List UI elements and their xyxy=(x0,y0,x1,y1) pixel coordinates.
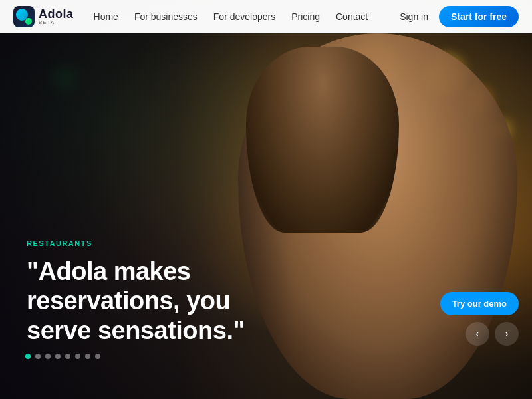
try-demo-button[interactable]: Try our demo xyxy=(440,292,519,315)
dot-2[interactable] xyxy=(35,354,41,359)
dot-8[interactable] xyxy=(95,354,100,359)
hero-headline: "Adola makes reservations, you serve sen… xyxy=(27,257,279,346)
dot-7[interactable] xyxy=(85,354,90,359)
logo[interactable]: Adola BETA xyxy=(13,6,74,27)
dot-1[interactable] xyxy=(25,354,31,359)
dot-4[interactable] xyxy=(55,354,61,359)
start-free-button[interactable]: Start for free xyxy=(439,6,519,27)
logo-beta: BETA xyxy=(39,20,74,25)
nav-arrows: ‹ › xyxy=(466,322,519,346)
hero-section: RESTAURANTS "Adola makes reservations, y… xyxy=(0,0,532,399)
navbar: Adola BETA Home For businesses For devel… xyxy=(0,0,532,33)
carousel-dots xyxy=(25,354,100,359)
dot-3[interactable] xyxy=(45,354,51,359)
logo-icon xyxy=(13,6,35,27)
nav-pricing[interactable]: Pricing xyxy=(291,11,320,22)
dot-5[interactable] xyxy=(65,354,70,359)
nav-for-businesses[interactable]: For businesses xyxy=(134,11,198,22)
sign-in-button[interactable]: Sign in xyxy=(400,11,428,22)
hero-content: RESTAURANTS "Adola makes reservations, y… xyxy=(0,33,306,399)
nav-for-developers[interactable]: For developers xyxy=(213,11,275,22)
hero-category: RESTAURANTS xyxy=(27,239,279,247)
dot-6[interactable] xyxy=(75,354,80,359)
next-arrow-button[interactable]: › xyxy=(495,322,519,346)
nav-contact[interactable]: Contact xyxy=(336,11,368,22)
nav-home[interactable]: Home xyxy=(94,11,118,22)
nav-actions: Sign in Start for free xyxy=(400,6,519,27)
nav-links: Home For businesses For developers Prici… xyxy=(94,11,400,22)
logo-text-wrap: Adola BETA xyxy=(39,8,74,25)
logo-name: Adola xyxy=(39,8,74,20)
prev-arrow-button[interactable]: ‹ xyxy=(466,322,489,346)
carousel-controls: Try our demo ‹ › xyxy=(440,292,519,346)
